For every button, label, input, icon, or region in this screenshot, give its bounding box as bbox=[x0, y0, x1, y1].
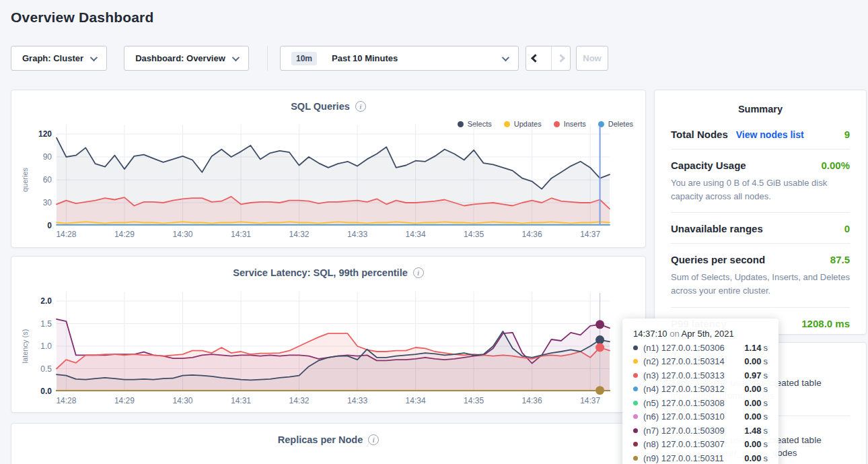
tooltip-node-value: 0.00 bbox=[744, 356, 761, 366]
chevron-down-icon bbox=[90, 53, 98, 61]
svg-text:60: 60 bbox=[43, 175, 52, 185]
tooltip-node-label: (n3) 127.0.0.1:50313 bbox=[643, 370, 725, 380]
sql-queries-panel: SQL Queries i SelectsUpdatesInsertsDelet… bbox=[11, 90, 646, 248]
svg-text:14:31: 14:31 bbox=[231, 230, 251, 239]
now-button[interactable]: Now bbox=[576, 46, 608, 71]
tooltip-node-value: 0.00 bbox=[744, 384, 761, 394]
tooltip-timestamp: 14:37:10 on Apr 5th, 2021 bbox=[633, 329, 768, 339]
sql-queries-chart[interactable]: 030609012014:2814:2914:3014:3114:3214:33… bbox=[11, 90, 647, 248]
series-dot-icon bbox=[633, 414, 638, 419]
series-dot-icon bbox=[633, 442, 638, 446]
series-dot-icon bbox=[633, 428, 638, 433]
summary-value: 87.5 bbox=[830, 254, 850, 265]
series-dot-icon bbox=[633, 456, 638, 461]
time-range-dropdown[interactable]: 10m Past 10 Minutes bbox=[280, 46, 519, 71]
summary-row-total-nodes: Total NodesView nodes list9 bbox=[671, 119, 850, 150]
replicas-per-node-panel: Replicas per Node i bbox=[11, 423, 646, 464]
summary-row-unavailable-ranges: Unavailable ranges0 bbox=[671, 213, 850, 244]
summary-row-capacity-usage: Capacity Usage0.00%You are using 0 B of … bbox=[671, 150, 850, 213]
svg-text:0: 0 bbox=[47, 221, 52, 230]
svg-text:14:37: 14:37 bbox=[580, 230, 600, 239]
series-dot-icon bbox=[633, 387, 638, 391]
service-latency-chart[interactable]: 0.00.51.01.52.014:2814:2914:3014:3114:32… bbox=[11, 257, 647, 413]
page-title: Overview Dashboard bbox=[11, 9, 154, 26]
summary-label: Queries per second bbox=[671, 254, 765, 265]
svg-text:14:33: 14:33 bbox=[347, 396, 367, 405]
svg-text:14:29: 14:29 bbox=[114, 230, 135, 239]
tooltip-node-label: (n2) 127.0.0.1:50314 bbox=[643, 356, 725, 366]
time-range-label: Past 10 Minutes bbox=[332, 53, 398, 63]
service-latency-panel: Service Latency: SQL, 99th percentile i … bbox=[11, 256, 646, 413]
svg-text:0.5: 0.5 bbox=[40, 364, 52, 374]
tooltip-node-label: (n7) 127.0.0.1:50309 bbox=[643, 426, 725, 436]
tooltip-node-value: 0.00 bbox=[744, 398, 761, 408]
summary-panel: Summary Total NodesView nodes list9Capac… bbox=[654, 90, 867, 335]
tooltip-node-row: (n2) 127.0.0.1:503140.00s bbox=[633, 356, 768, 366]
svg-text:0.0: 0.0 bbox=[40, 387, 52, 396]
svg-text:14:30: 14:30 bbox=[172, 230, 192, 239]
summary-value: 9 bbox=[844, 129, 850, 140]
toolbar-divider bbox=[267, 46, 268, 71]
svg-text:14:28: 14:28 bbox=[56, 396, 76, 405]
tooltip-unit: s bbox=[764, 398, 768, 408]
summary-description: You are using 0 B of 4.5 GiB usable disk… bbox=[671, 176, 850, 203]
svg-text:14:37: 14:37 bbox=[580, 396, 600, 405]
chevron-down-icon bbox=[502, 53, 509, 61]
svg-text:14:34: 14:34 bbox=[406, 396, 426, 405]
time-step-forward-button[interactable] bbox=[551, 46, 570, 70]
svg-text:14:29: 14:29 bbox=[114, 396, 135, 405]
tooltip-node-label: (n4) 127.0.0.1:50312 bbox=[643, 384, 725, 394]
svg-text:14:36: 14:36 bbox=[522, 230, 542, 239]
chevron-right-icon bbox=[556, 54, 565, 63]
now-button-label: Now bbox=[583, 53, 601, 63]
replicas-per-node-title: Replicas per Node i bbox=[11, 434, 645, 445]
svg-text:14:36: 14:36 bbox=[522, 396, 542, 405]
svg-text:14:35: 14:35 bbox=[464, 396, 484, 405]
tooltip-unit: s bbox=[764, 343, 768, 353]
tooltip-node-label: (n6) 127.0.0.1:50310 bbox=[643, 411, 725, 422]
series-dot-icon bbox=[633, 373, 638, 378]
chevron-down-icon bbox=[232, 53, 240, 61]
summary-value: 1208.0 ms bbox=[801, 318, 850, 329]
summary-description: Sum of Selects, Updates, Inserts, and De… bbox=[671, 271, 850, 298]
svg-text:14:35: 14:35 bbox=[464, 230, 484, 239]
replicas-per-node-title-text: Replicas per Node bbox=[278, 434, 363, 445]
tooltip-node-row: (n9) 127.0.0.1:503110.00s bbox=[633, 453, 768, 463]
tooltip-node-label: (n8) 127.0.0.1:50307 bbox=[643, 439, 725, 449]
tooltip-node-value: 0.97 bbox=[744, 370, 761, 380]
svg-text:latency (s): latency (s) bbox=[21, 329, 29, 364]
view-nodes-list-link[interactable]: View nodes list bbox=[736, 129, 804, 140]
tooltip-node-value: 0.00 bbox=[744, 411, 761, 422]
time-range-badge: 10m bbox=[291, 52, 317, 65]
summary-rows: Total NodesView nodes list9Capacity Usag… bbox=[655, 119, 866, 338]
info-icon[interactable]: i bbox=[368, 434, 379, 445]
svg-text:14:33: 14:33 bbox=[347, 230, 367, 239]
series-dot-icon bbox=[633, 345, 638, 350]
time-step-back-button[interactable] bbox=[526, 46, 544, 70]
tooltip-unit: s bbox=[764, 384, 768, 394]
tooltip-unit: s bbox=[764, 426, 768, 436]
tooltip-node-label: (n1) 127.0.0.1:50306 bbox=[643, 343, 725, 353]
tooltip-node-row: (n4) 127.0.0.1:503120.00s bbox=[633, 384, 768, 394]
tooltip-node-row: (n3) 127.0.0.1:503130.97s bbox=[633, 370, 768, 380]
svg-text:1.5: 1.5 bbox=[40, 319, 52, 329]
summary-label: Total Nodes bbox=[671, 129, 728, 140]
summary-label: Capacity Usage bbox=[671, 160, 746, 171]
tooltip-node-label: (n9) 127.0.0.1:50311 bbox=[643, 453, 724, 463]
summary-label: Unavailable ranges bbox=[671, 223, 763, 234]
summary-value: 0 bbox=[844, 223, 850, 234]
svg-text:14:30: 14:30 bbox=[172, 396, 192, 405]
chart-hover-tooltip: 14:37:10 on Apr 5th, 2021 (n1) 127.0.0.1… bbox=[622, 319, 779, 464]
overview-dashboard-page: Overview Dashboard Graph: Cluster Dashbo… bbox=[0, 0, 868, 464]
svg-text:14:28: 14:28 bbox=[56, 230, 76, 239]
dashboard-dropdown[interactable]: Dashboard: Overview bbox=[124, 46, 249, 71]
tooltip-node-value: 1.48 bbox=[744, 426, 761, 436]
tooltip-node-value: 1.14 bbox=[744, 343, 761, 353]
svg-text:14:31: 14:31 bbox=[231, 396, 251, 405]
tooltip-node-row: (n7) 127.0.0.1:503091.48s bbox=[633, 426, 768, 436]
svg-text:30: 30 bbox=[43, 198, 52, 207]
svg-text:14:34: 14:34 bbox=[406, 230, 426, 239]
tooltip-unit: s bbox=[764, 439, 768, 449]
graph-dropdown[interactable]: Graph: Cluster bbox=[11, 46, 107, 71]
summary-value: 0.00% bbox=[821, 160, 850, 171]
